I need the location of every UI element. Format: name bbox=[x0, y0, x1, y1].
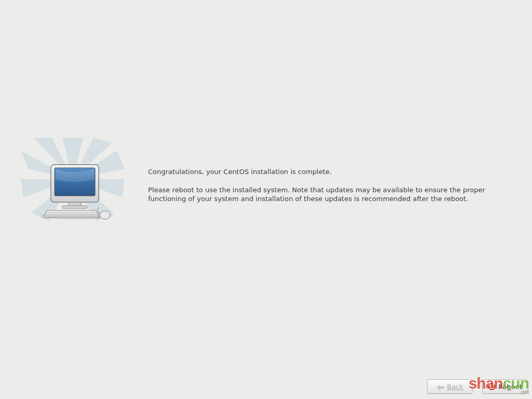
back-button-label: Back bbox=[447, 383, 463, 391]
reboot-button[interactable]: Reboot bbox=[482, 379, 528, 394]
svg-rect-14 bbox=[62, 206, 87, 208]
button-bar: Back Reboot bbox=[0, 374, 532, 399]
computer-sunburst-icon bbox=[21, 138, 125, 223]
congrats-heading: Congratulations, your CentOS installatio… bbox=[148, 167, 516, 177]
arrow-left-icon bbox=[436, 384, 445, 389]
reboot-button-label: Reboot bbox=[498, 383, 522, 391]
svg-point-18 bbox=[100, 211, 110, 219]
back-button: Back bbox=[427, 379, 473, 394]
reboot-icon bbox=[488, 382, 496, 391]
completion-illustration bbox=[21, 138, 125, 223]
reboot-instructions: Please reboot to use the installed syste… bbox=[148, 185, 516, 204]
svg-marker-19 bbox=[493, 384, 496, 387]
svg-point-20 bbox=[491, 385, 493, 388]
content-area: Congratulations, your CentOS installatio… bbox=[0, 0, 532, 374]
message-block: Congratulations, your CentOS installatio… bbox=[148, 167, 516, 212]
